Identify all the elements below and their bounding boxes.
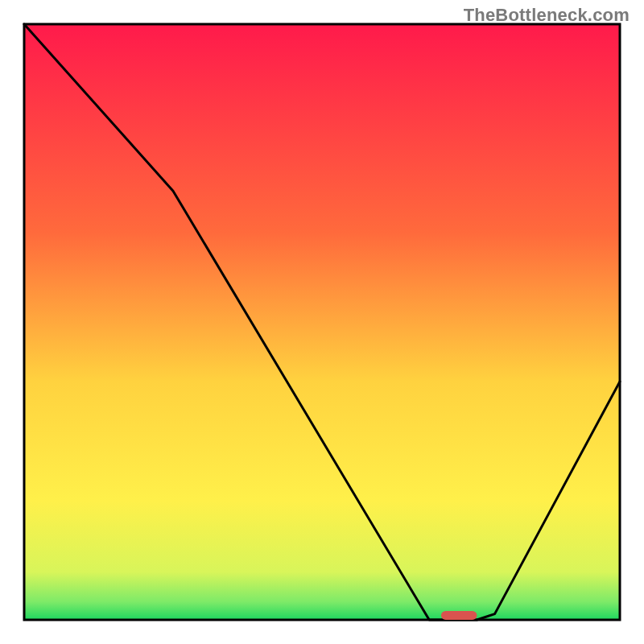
chart-svg (0, 0, 644, 644)
bottleneck-chart: TheBottleneck.com (0, 0, 644, 644)
plot-background (24, 24, 620, 620)
watermark-label: TheBottleneck.com (464, 5, 630, 26)
optimal-range-marker (441, 611, 477, 620)
